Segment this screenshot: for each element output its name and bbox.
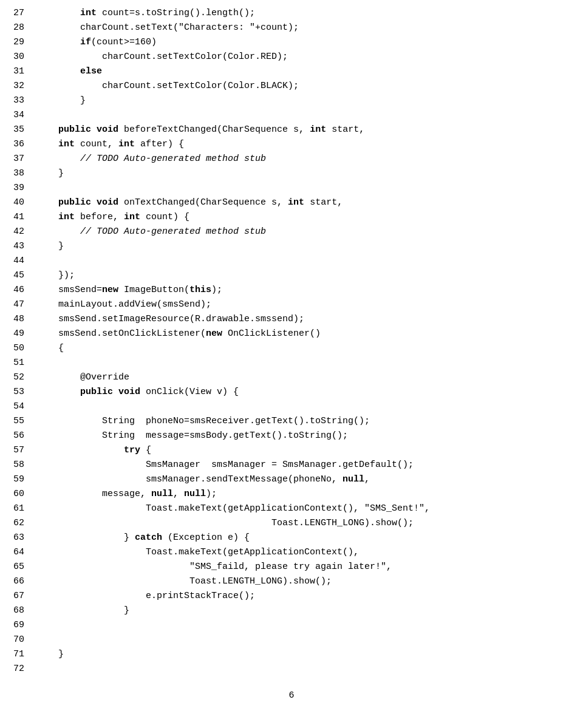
line-content: int count=s.toString().length();: [36, 6, 583, 21]
code-line: 59 smsManager.sendTextMessage(phoneNo, n…: [0, 472, 583, 487]
code-line: 68 }: [0, 604, 583, 618]
line-content: message, null, null);: [36, 487, 583, 502]
line-number: 37: [0, 152, 36, 166]
code-line: 57 try {: [0, 443, 583, 458]
page-number: 6: [0, 689, 583, 702]
code-line: 53 public void onClick(View v) {: [0, 385, 583, 400]
line-number: 56: [0, 429, 36, 443]
line-content: public void onTextChanged(CharSequence s…: [36, 196, 583, 210]
code-line: 52 @Override: [0, 370, 583, 385]
line-content: }: [36, 166, 583, 181]
code-line: 71 }: [0, 647, 583, 662]
code-line: 58 SmsManager smsManager = SmsManager.ge…: [0, 458, 583, 472]
line-number: 39: [0, 181, 36, 196]
line-content: Toast.makeText(getApplicationContext(),: [36, 545, 583, 560]
line-number: 27: [0, 6, 36, 21]
line-number: 34: [0, 108, 36, 123]
line-content: [36, 356, 583, 370]
line-content: public void onClick(View v) {: [36, 385, 583, 400]
line-content: int before, int count) {: [36, 210, 583, 225]
line-number: 64: [0, 545, 36, 560]
line-number: 44: [0, 254, 36, 268]
line-content: else: [36, 64, 583, 79]
line-number: 65: [0, 560, 36, 574]
line-number: 58: [0, 458, 36, 472]
line-content: @Override: [36, 370, 583, 385]
line-content: public void beforeTextChanged(CharSequen…: [36, 123, 583, 137]
code-container: 27 int count=s.toString().length();28 ch…: [0, 6, 583, 728]
line-number: 49: [0, 327, 36, 341]
line-content: mainLayout.addView(smsSend);: [36, 298, 583, 312]
line-number: 52: [0, 370, 36, 385]
line-content: [36, 181, 583, 196]
line-number: 70: [0, 633, 36, 647]
code-line: 40 public void onTextChanged(CharSequenc…: [0, 196, 583, 210]
code-line: 29 if(count>=160): [0, 35, 583, 50]
code-line: 38 }: [0, 166, 583, 181]
line-number: 38: [0, 166, 36, 181]
line-number: 31: [0, 64, 36, 79]
code-line: 31 else: [0, 64, 583, 79]
line-number: 45: [0, 268, 36, 283]
line-content: String phoneNo=smsReceiver.getText().toS…: [36, 414, 583, 429]
line-number: 48: [0, 312, 36, 327]
code-line: 30 charCount.setTextColor(Color.RED);: [0, 50, 583, 64]
line-number: 42: [0, 225, 36, 239]
code-line: 64 Toast.makeText(getApplicationContext(…: [0, 545, 583, 560]
code-line: 32 charCount.setTextColor(Color.BLACK);: [0, 79, 583, 94]
code-line: 41 int before, int count) {: [0, 210, 583, 225]
line-content: smsSend.setImageResource(R.drawable.smss…: [36, 312, 583, 327]
line-number: 46: [0, 283, 36, 298]
code-line: 34: [0, 108, 583, 123]
line-number: 71: [0, 647, 36, 662]
line-content: charCount.setText("Characters: "+count);: [36, 21, 583, 35]
line-content: e.printStackTrace();: [36, 589, 583, 604]
code-line: 61 Toast.makeText(getApplicationContext(…: [0, 502, 583, 516]
line-number: 51: [0, 356, 36, 370]
code-line: 60 message, null, null);: [0, 487, 583, 502]
line-content: charCount.setTextColor(Color.RED);: [36, 50, 583, 64]
code-line: 70: [0, 633, 583, 647]
line-number: 67: [0, 589, 36, 604]
line-number: 68: [0, 604, 36, 618]
code-line: 36 int count, int after) {: [0, 137, 583, 152]
line-content: String message=smsBody.getText().toStrin…: [36, 429, 583, 443]
line-content: Toast.LENGTH_LONG).show();: [36, 516, 583, 531]
line-content: int count, int after) {: [36, 137, 583, 152]
line-content: {: [36, 341, 583, 356]
line-number: 50: [0, 341, 36, 356]
code-line: 65 "SMS_faild, please try again later!",: [0, 560, 583, 574]
code-line: 47 mainLayout.addView(smsSend);: [0, 298, 583, 312]
line-content: SmsManager smsManager = SmsManager.getDe…: [36, 458, 583, 472]
code-line: 54: [0, 400, 583, 414]
code-line: 48 smsSend.setImageResource(R.drawable.s…: [0, 312, 583, 327]
code-line: 67 e.printStackTrace();: [0, 589, 583, 604]
code-line: 43 }: [0, 239, 583, 254]
line-content: [36, 254, 583, 268]
code-line: 49 smsSend.setOnClickListener(new OnClic…: [0, 327, 583, 341]
line-number: 69: [0, 618, 36, 633]
line-number: 36: [0, 137, 36, 152]
line-content: }: [36, 94, 583, 108]
line-number: 54: [0, 400, 36, 414]
line-content: Toast.makeText(getApplicationContext(), …: [36, 502, 583, 516]
line-number: 30: [0, 50, 36, 64]
code-line: 55 String phoneNo=smsReceiver.getText().…: [0, 414, 583, 429]
code-line: 37 // TODO Auto-generated method stub: [0, 152, 583, 166]
line-content: smsSend=new ImageButton(this);: [36, 283, 583, 298]
line-content: charCount.setTextColor(Color.BLACK);: [36, 79, 583, 94]
line-content: "SMS_faild, please try again later!",: [36, 560, 583, 574]
code-line: 35 public void beforeTextChanged(CharSeq…: [0, 123, 583, 137]
code-line: 39: [0, 181, 583, 196]
line-number: 28: [0, 21, 36, 35]
code-line: 28 charCount.setText("Characters: "+coun…: [0, 21, 583, 35]
code-lines: 27 int count=s.toString().length();28 ch…: [0, 6, 583, 676]
code-line: 62 Toast.LENGTH_LONG).show();: [0, 516, 583, 531]
line-content: try {: [36, 443, 583, 458]
line-content: [36, 662, 583, 676]
line-number: 60: [0, 487, 36, 502]
line-content: smsSend.setOnClickListener(new OnClickLi…: [36, 327, 583, 341]
line-number: 72: [0, 662, 36, 676]
line-number: 55: [0, 414, 36, 429]
code-line: 45 });: [0, 268, 583, 283]
